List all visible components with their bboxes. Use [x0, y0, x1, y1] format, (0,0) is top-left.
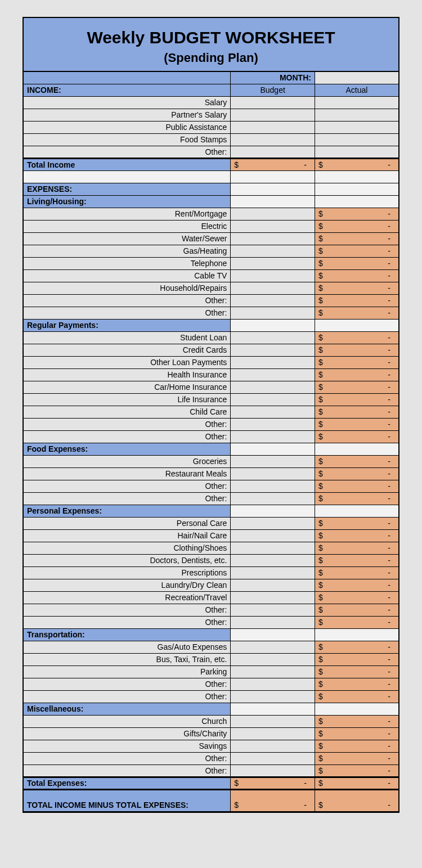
actual-input[interactable]: [315, 133, 399, 146]
budget-input[interactable]: [231, 406, 315, 418]
actual-value: $-: [315, 245, 399, 257]
budget-input[interactable]: [231, 690, 315, 703]
budget-input[interactable]: [231, 678, 315, 690]
blank: [231, 183, 315, 195]
budget-input[interactable]: [231, 554, 315, 566]
budget-input[interactable]: [231, 232, 315, 245]
title-block: Weekly BUDGET WORKSHEET (Spending Plan): [23, 17, 399, 71]
actual-value: $-: [315, 715, 399, 727]
budget-input[interactable]: [231, 282, 315, 294]
blank: [23, 71, 231, 84]
actual-value: $-: [315, 294, 399, 307]
budget-input[interactable]: [231, 109, 315, 121]
actual-input[interactable]: [315, 146, 399, 158]
expense-item: Other:: [23, 294, 231, 307]
actual-value: $-: [315, 356, 399, 368]
expense-item: Church: [23, 715, 231, 727]
budget-input[interactable]: [231, 208, 315, 220]
budget-input[interactable]: [231, 381, 315, 393]
expense-item: Other:: [23, 492, 231, 505]
total-income-actual: $-: [315, 158, 399, 170]
budget-input[interactable]: [231, 307, 315, 319]
budget-input[interactable]: [231, 96, 315, 109]
expense-item: Parking: [23, 665, 231, 678]
budget-input[interactable]: [231, 294, 315, 307]
blank: [315, 170, 399, 183]
budget-input[interactable]: [231, 121, 315, 133]
budget-input[interactable]: [231, 566, 315, 579]
budget-input[interactable]: [231, 529, 315, 542]
actual-input[interactable]: [315, 121, 399, 133]
total-expenses-label: Total Expenses:: [23, 777, 231, 789]
budget-input[interactable]: [231, 331, 315, 344]
budget-input[interactable]: [231, 764, 315, 777]
actual-value: $-: [315, 566, 399, 579]
actual-value: $-: [315, 764, 399, 777]
section-header: Living/Housing:: [23, 195, 231, 208]
income-item: Public Assistance: [23, 121, 231, 133]
budget-input[interactable]: [231, 752, 315, 764]
expense-item: Other:: [23, 764, 231, 777]
budget-input[interactable]: [231, 455, 315, 467]
budget-input[interactable]: [231, 269, 315, 282]
budget-input[interactable]: [231, 356, 315, 368]
budget-input[interactable]: [231, 492, 315, 505]
actual-value: $-: [315, 616, 399, 628]
budget-input[interactable]: [231, 245, 315, 257]
budget-input[interactable]: [231, 368, 315, 381]
expense-item: Other:: [23, 430, 231, 443]
total-expenses-actual: $-: [315, 777, 399, 789]
budget-input[interactable]: [231, 727, 315, 740]
actual-value: $-: [315, 257, 399, 269]
blank: [315, 183, 399, 195]
actual-value: $-: [315, 368, 399, 381]
budget-input[interactable]: [231, 133, 315, 146]
budget-input[interactable]: [231, 146, 315, 158]
budget-input[interactable]: [231, 665, 315, 678]
actual-value: $-: [315, 418, 399, 430]
budget-input[interactable]: [231, 579, 315, 591]
actual-value: $-: [315, 727, 399, 740]
actual-value: $-: [315, 269, 399, 282]
actual-input[interactable]: [315, 96, 399, 109]
budget-input[interactable]: [231, 430, 315, 443]
net-actual: $-: [315, 789, 399, 812]
actual-value: $-: [315, 406, 399, 418]
budget-input[interactable]: [231, 604, 315, 616]
expense-item: Gas/Auto Expenses: [23, 641, 231, 653]
expense-item: Student Loan: [23, 331, 231, 344]
budget-input[interactable]: [231, 653, 315, 665]
budget-input[interactable]: [231, 467, 315, 480]
budget-input[interactable]: [231, 480, 315, 492]
expense-item: Prescriptions: [23, 566, 231, 579]
actual-value: $-: [315, 542, 399, 554]
actual-value: $-: [315, 480, 399, 492]
actual-value: $-: [315, 740, 399, 752]
actual-input[interactable]: [315, 109, 399, 121]
budget-input[interactable]: [231, 418, 315, 430]
budget-input[interactable]: [231, 715, 315, 727]
budget-input[interactable]: [231, 641, 315, 653]
blank: [315, 195, 399, 208]
section-header: Personal Expenses:: [23, 505, 231, 517]
expense-item: Other:: [23, 418, 231, 430]
budget-input[interactable]: [231, 257, 315, 269]
net-budget: $-: [231, 789, 315, 812]
budget-input[interactable]: [231, 740, 315, 752]
budget-worksheet: Weekly BUDGET WORKSHEET (Spending Plan) …: [23, 17, 399, 813]
blank: [315, 703, 399, 715]
budget-input[interactable]: [231, 591, 315, 604]
month-input[interactable]: [315, 71, 399, 84]
section-header: Regular Payments:: [23, 319, 231, 331]
budget-input[interactable]: [231, 542, 315, 554]
budget-input[interactable]: [231, 616, 315, 628]
budget-input[interactable]: [231, 220, 315, 232]
budget-input[interactable]: [231, 344, 315, 356]
budget-input[interactable]: [231, 517, 315, 529]
budget-input[interactable]: [231, 393, 315, 406]
income-header: INCOME:: [23, 84, 231, 96]
actual-value: $-: [315, 604, 399, 616]
expense-item: Groceries: [23, 455, 231, 467]
expense-item: Restaurant Meals: [23, 467, 231, 480]
col-budget-header: Budget: [231, 84, 315, 96]
